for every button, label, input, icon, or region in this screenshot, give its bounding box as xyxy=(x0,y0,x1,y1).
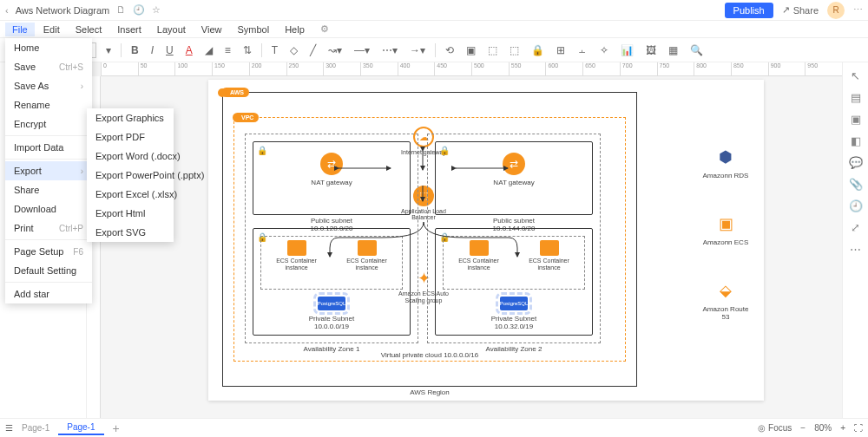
search-icon[interactable]: 🔍 xyxy=(687,42,706,58)
cursor-icon[interactable]: ↖ xyxy=(851,69,860,82)
ecs-icon[interactable] xyxy=(470,240,489,256)
more-icon[interactable]: ⋯ xyxy=(850,243,861,256)
zoom-level[interactable]: 80% xyxy=(814,423,832,433)
folder-icon[interactable]: 🗋 xyxy=(116,4,126,16)
align-obj-icon[interactable]: ⫠ xyxy=(575,42,590,58)
fill-icon[interactable]: ◇ xyxy=(287,42,300,58)
layers-icon[interactable]: ▤ xyxy=(851,91,861,104)
comment-icon[interactable]: 💬 xyxy=(849,156,863,169)
menu-file[interactable]: File xyxy=(5,23,35,36)
line-end-icon[interactable]: →▾ xyxy=(407,42,428,58)
postgresql-icon[interactable]: PostgreSQL xyxy=(500,297,528,310)
postgresql-icon[interactable]: PostgreSQL xyxy=(318,297,345,310)
image-icon[interactable]: 🖼 xyxy=(643,42,659,58)
canvas[interactable]: 0501001502002503003504004505005506006507… xyxy=(87,62,842,418)
focus-mode[interactable]: ◎ Focus xyxy=(758,423,792,433)
menu-item[interactable]: Export SVG xyxy=(87,223,174,242)
menu-edit[interactable]: Edit xyxy=(36,23,67,36)
theme-icon[interactable]: ▣ xyxy=(851,113,861,126)
scaling-group-2[interactable]: ECS Container instance ECS Container ins… xyxy=(443,236,585,290)
menu-item[interactable]: SaveCtrl+S xyxy=(5,57,92,76)
rotate-icon[interactable]: ⟲ xyxy=(443,42,457,58)
availability-zone-1[interactable]: Availability Zone 1 🔒 ⇄ NAT gateway Publ… xyxy=(245,134,418,343)
ecs-icon[interactable] xyxy=(358,240,377,256)
menu-view[interactable]: View xyxy=(194,23,229,36)
menu-item[interactable]: Rename xyxy=(5,95,92,114)
line-style-icon[interactable]: ⋯▾ xyxy=(379,42,400,58)
route53-icon[interactable]: ⬙ xyxy=(714,279,737,302)
bold-icon[interactable]: B xyxy=(128,42,141,58)
publish-button[interactable]: Publish xyxy=(725,3,773,18)
nat-gateway-icon[interactable]: ⇄ xyxy=(503,153,525,175)
menu-item[interactable]: Page SetupF6 xyxy=(5,242,92,261)
star-icon[interactable]: ☆ xyxy=(152,4,161,16)
menu-symbol[interactable]: Symbol xyxy=(230,23,276,36)
private-subnet-1[interactable]: 🔒 ECS Container instance ECS Container i… xyxy=(253,228,411,336)
front-icon[interactable]: ⬚ xyxy=(485,42,500,58)
zoom-out[interactable]: − xyxy=(800,423,806,433)
menu-item[interactable]: Export Word (.docx) xyxy=(87,147,174,166)
menu-item[interactable]: Share xyxy=(5,180,92,199)
back-icon[interactable]: ⬚ xyxy=(507,42,522,58)
availability-zone-2[interactable]: Availability Zone 2 🔒 ⇄ NAT gateway Publ… xyxy=(427,134,601,343)
menu-item[interactable]: Home xyxy=(5,38,92,57)
menu-help[interactable]: Help xyxy=(278,23,312,36)
group-icon[interactable]: ▣ xyxy=(464,42,478,58)
share-button[interactable]: ↗ Share xyxy=(782,4,819,16)
menu-options-icon[interactable]: ⚙ xyxy=(313,22,336,36)
ecs-legend-icon[interactable]: ▣ xyxy=(714,212,737,235)
menu-item[interactable]: Encrypt xyxy=(5,114,92,134)
menu-item[interactable]: Export Graphics xyxy=(87,108,174,127)
tools-icon[interactable]: ✧ xyxy=(597,42,611,58)
text-tool-icon[interactable]: T xyxy=(269,42,280,58)
menu-item[interactable]: PrintCtrl+P xyxy=(5,218,92,238)
menu-item[interactable]: Save As› xyxy=(5,76,92,95)
connector-icon[interactable]: ↝▾ xyxy=(326,42,345,58)
menu-insert[interactable]: Insert xyxy=(110,23,148,36)
help-icon[interactable]: ⋯ xyxy=(853,4,863,16)
history-icon[interactable]: 🕘 xyxy=(133,4,145,16)
font-size-dropdown[interactable]: ▾ xyxy=(103,42,114,58)
menu-layout[interactable]: Layout xyxy=(150,23,193,36)
menu-item[interactable]: Download xyxy=(5,199,92,218)
attach-icon[interactable]: 📎 xyxy=(849,178,863,191)
menu-item[interactable]: Export› xyxy=(5,161,92,180)
menu-item[interactable]: Export PowerPoint (.pptx) xyxy=(87,166,174,185)
menu-item[interactable]: Add star xyxy=(5,284,92,303)
public-subnet-1[interactable]: 🔒 ⇄ NAT gateway Public subnet10.0.128.0/… xyxy=(253,141,411,215)
diagram-page[interactable]: AWS AWS Region VPC Virtual private cloud… xyxy=(208,80,764,401)
nat-gateway-icon[interactable]: ⇄ xyxy=(320,153,343,175)
underline-icon[interactable]: U xyxy=(163,42,176,58)
distribute-icon[interactable]: ⊞ xyxy=(554,42,568,58)
table-icon[interactable]: ▦ xyxy=(666,42,681,58)
menu-item[interactable]: Import Data xyxy=(5,138,92,157)
zoom-in[interactable]: + xyxy=(840,423,845,433)
scaling-group-1[interactable]: ECS Container instance ECS Container ins… xyxy=(260,236,403,290)
vpc-box[interactable]: VPC Virtual private cloud 10.0.0.0/16 ☁ … xyxy=(233,117,626,362)
menu-item[interactable]: Export Excel (.xlsx) xyxy=(87,185,174,204)
add-page-button[interactable]: + xyxy=(113,421,120,435)
pages-icon[interactable]: ☰ xyxy=(5,423,13,433)
menu-item[interactable]: Default Setting xyxy=(5,261,92,280)
expand-icon[interactable]: ⤢ xyxy=(851,221,860,234)
history2-icon[interactable]: 🕘 xyxy=(849,199,863,212)
lock-icon[interactable]: 🔒 xyxy=(529,42,547,58)
menu-item[interactable]: Export PDF xyxy=(87,127,174,147)
highlight-icon[interactable]: ◢ xyxy=(202,42,215,58)
style-icon[interactable]: ◧ xyxy=(851,134,861,147)
align-icon[interactable]: ≡ xyxy=(222,42,233,58)
back-icon[interactable]: ‹ xyxy=(5,5,9,16)
chart-icon[interactable]: 📊 xyxy=(618,42,636,58)
line-start-icon[interactable]: —▾ xyxy=(352,42,372,58)
private-subnet-2[interactable]: 🔒 ECS Container instance ECS Container i… xyxy=(435,228,593,336)
fullscreen-icon[interactable]: ⛶ xyxy=(854,423,863,433)
ecs-icon[interactable] xyxy=(540,240,559,256)
avatar[interactable]: R xyxy=(827,2,845,19)
text-color-icon[interactable]: A xyxy=(183,42,195,58)
menu-select[interactable]: Select xyxy=(69,23,109,36)
ecs-icon[interactable] xyxy=(287,240,306,256)
public-subnet-2[interactable]: 🔒 ⇄ NAT gateway Public subnet10.0.144.0/… xyxy=(435,141,593,215)
italic-icon[interactable]: I xyxy=(148,42,156,58)
page-tab[interactable]: Page-1 xyxy=(58,421,103,435)
aws-region-box[interactable]: AWS AWS Region VPC Virtual private cloud… xyxy=(222,92,637,387)
